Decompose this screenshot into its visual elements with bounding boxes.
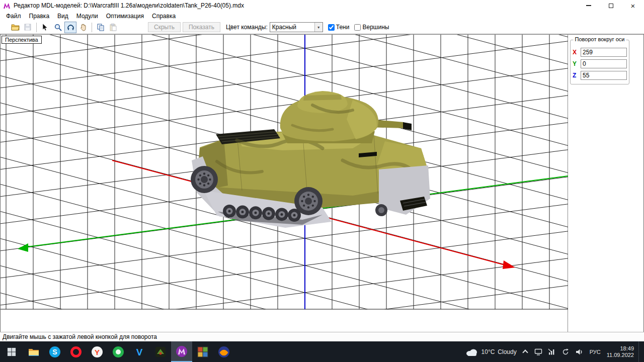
team-color-value: Красный — [270, 24, 314, 31]
game-app-icon[interactable] — [150, 341, 171, 362]
cloud-icon — [465, 347, 478, 356]
z-axis-label: Z — [573, 72, 578, 79]
toolbar: Скрыть Показать Цвет команды: Красный ▼ … — [0, 21, 644, 34]
display-tray-icon[interactable] — [534, 347, 543, 356]
main-area: Перспектива — [0, 34, 644, 332]
rotate-icon — [67, 24, 74, 31]
sync-tray-icon[interactable] — [561, 347, 570, 356]
blue-v-icon: V — [133, 346, 145, 358]
green-app-icon[interactable] — [108, 341, 129, 362]
tank-model — [191, 91, 430, 228]
toolbar-separator — [36, 23, 37, 32]
rotate-tool-button[interactable] — [64, 22, 76, 33]
red-ring-icon — [70, 346, 82, 358]
shadows-label: Тени — [336, 24, 350, 31]
shadows-checkbox-group: Тени — [328, 24, 350, 31]
file-explorer-icon[interactable] — [23, 341, 44, 362]
windows-logo-icon — [7, 347, 16, 356]
save-file-button[interactable] — [22, 22, 34, 33]
world-editor-icon[interactable] — [192, 341, 213, 362]
axis-row-y: Y — [573, 59, 627, 68]
zoom-tool-button[interactable] — [52, 22, 64, 33]
tray-expand-chevron-icon[interactable] — [522, 349, 528, 355]
mdl-editor-taskbar-icon[interactable] — [171, 341, 192, 362]
show-button[interactable]: Показать — [183, 22, 220, 32]
open-folder-icon — [11, 24, 20, 31]
yandex-browser-icon[interactable]: Y — [87, 341, 108, 362]
taskbar: S Y V 10°C Cloudy — [0, 341, 644, 362]
rotation-groupbox: Поворот вокруг оси X Y Z — [570, 40, 629, 84]
save-icon — [24, 24, 31, 31]
maximize-button[interactable] — [600, 0, 622, 11]
menu-edit[interactable]: Правка — [25, 12, 54, 21]
paste-button[interactable] — [107, 22, 119, 33]
pan-tool-button[interactable] — [77, 22, 89, 33]
copy-icon — [97, 24, 104, 31]
titlebar: Редактор MDL-моделей: D:\WarcraftIII 1.2… — [0, 0, 644, 11]
scene-canvas — [1, 35, 568, 332]
network-tray-icon[interactable] — [547, 347, 556, 356]
statusbar: Двигайте мышь с зажатой левой кнопкой дл… — [0, 332, 644, 341]
x-axis-label: X — [573, 49, 578, 56]
close-icon: × — [631, 2, 635, 10]
hide-button[interactable]: Скрыть — [148, 22, 181, 32]
weather-temp: 10°C — [481, 348, 495, 355]
minimize-icon — [586, 5, 591, 6]
x-rotation-input[interactable] — [581, 48, 627, 57]
dark-crest-icon — [154, 346, 167, 358]
vertices-label: Вершины — [362, 24, 389, 31]
select-tool-button[interactable] — [39, 22, 51, 33]
dropdown-arrow-icon[interactable]: ▼ — [314, 23, 323, 32]
hand-icon — [80, 24, 87, 31]
clock-time: 18:49 — [607, 345, 634, 352]
y-rotation-input[interactable] — [581, 59, 627, 68]
orange-circle-icon — [218, 346, 230, 358]
view-mode-label: Перспектива — [2, 36, 42, 44]
white-circle-y-icon: Y — [91, 346, 103, 358]
z-rotation-input[interactable] — [581, 71, 627, 80]
y-axis-label: Y — [573, 60, 578, 67]
volume-tray-icon[interactable] — [575, 347, 584, 356]
weather-widget[interactable]: 10°C Cloudy — [465, 347, 517, 356]
side-panel: Поворот вокруг оси X Y Z — [568, 34, 643, 332]
vertices-checkbox[interactable] — [354, 24, 361, 31]
fox-app-icon[interactable] — [213, 341, 234, 362]
display-icon — [534, 348, 542, 356]
menu-file[interactable]: Файл — [2, 12, 25, 21]
minimize-button[interactable] — [578, 0, 600, 11]
close-button[interactable]: × — [622, 0, 644, 11]
axis-row-z: Z — [573, 71, 627, 80]
menu-modules[interactable]: Модули — [72, 12, 102, 21]
network-icon — [548, 348, 556, 356]
window-controls: × — [578, 0, 644, 11]
svg-text:S: S — [52, 348, 57, 356]
status-hint: Двигайте мышь с зажатой левой кнопкой дл… — [3, 333, 157, 340]
application-window: Редактор MDL-моделей: D:\WarcraftIII 1.2… — [0, 0, 644, 362]
team-color-select[interactable]: Красный ▼ — [270, 22, 323, 32]
vertices-checkbox-group: Вершины — [354, 24, 389, 31]
tiles-icon — [197, 346, 209, 358]
messenger-app-icon[interactable]: S — [44, 341, 65, 362]
menu-optimization[interactable]: Оптимизация — [102, 12, 148, 21]
system-tray: 10°C Cloudy РУС 18:49 11.09.2022 — [465, 341, 644, 362]
menu-help[interactable]: Справка — [148, 12, 180, 21]
viewport-3d[interactable]: Перспектива — [1, 34, 568, 332]
cursor-icon — [42, 24, 48, 31]
opera-browser-icon[interactable] — [65, 341, 87, 362]
green-circle-icon — [112, 346, 124, 358]
clock[interactable]: 18:49 11.09.2022 — [607, 345, 634, 358]
menu-view[interactable]: Вид — [53, 12, 72, 21]
language-indicator[interactable]: РУС — [588, 349, 602, 355]
rotation-title: Поворот вокруг оси — [574, 36, 626, 42]
start-button[interactable] — [0, 341, 23, 362]
volume-icon — [575, 348, 583, 356]
open-file-button[interactable] — [9, 22, 21, 33]
show-desktop-button[interactable] — [638, 341, 641, 362]
shadows-checkbox[interactable] — [328, 24, 335, 31]
folder-icon — [28, 346, 40, 358]
v-app-icon[interactable]: V — [129, 341, 150, 362]
clock-date: 11.09.2022 — [607, 352, 634, 358]
purple-m-icon — [176, 345, 188, 357]
magnifier-icon — [54, 24, 62, 31]
copy-button[interactable] — [95, 22, 107, 33]
